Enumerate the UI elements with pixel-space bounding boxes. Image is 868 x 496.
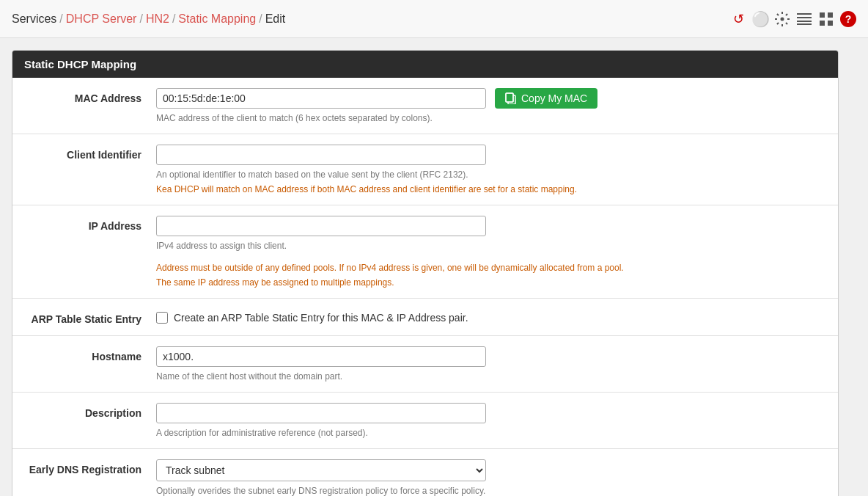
mac-address-row: MAC Address Copy My MAC MAC address of t… <box>12 78 838 134</box>
svg-rect-3 <box>797 21 812 22</box>
arp-checkbox-row: Create an ARP Table Static Entry for thi… <box>156 309 826 324</box>
top-bar: Services / DHCP Server / HN2 / Static Ma… <box>0 0 868 38</box>
ip-address-row: IP Address IPv4 address to assign this c… <box>12 205 838 299</box>
panel-header: Static DHCP Mapping <box>12 51 838 78</box>
breadcrumb-sep2: / <box>139 12 142 26</box>
client-identifier-label: Client Identifier <box>24 145 156 161</box>
svg-rect-5 <box>820 12 825 18</box>
svg-rect-8 <box>828 21 833 26</box>
early-dns-help: Optionally overides the subnet early DNS… <box>156 486 826 496</box>
breadcrumb-sep3: / <box>172 12 175 26</box>
hostname-row: Hostname Name of the client host without… <box>12 336 838 393</box>
arp-table-label: ARP Table Static Entry <box>24 309 156 325</box>
hostname-input[interactable] <box>156 346 486 367</box>
ip-address-input[interactable] <box>156 216 486 236</box>
arp-checkbox[interactable] <box>156 312 168 324</box>
description-label: Description <box>24 403 156 419</box>
arp-table-row: ARP Table Static Entry Create an ARP Tab… <box>12 299 838 336</box>
breadcrumb-sep1: / <box>59 12 62 26</box>
arp-table-content: Create an ARP Table Static Entry for thi… <box>156 309 826 324</box>
ip-address-help2: Address must be outside of any defined p… <box>156 263 826 273</box>
refresh-icon[interactable]: ↺ <box>730 11 746 27</box>
arp-checkbox-label: Create an ARP Table Static Entry for thi… <box>174 312 468 324</box>
breadcrumb-sep4: / <box>259 12 262 26</box>
static-dhcp-mapping-panel: Static DHCP Mapping MAC Address Copy My … <box>12 50 839 496</box>
description-row: Description A description for administra… <box>12 393 838 449</box>
description-content: A description for administrative referen… <box>156 403 826 438</box>
ip-address-help3: The same IP address may be assigned to m… <box>156 277 826 288</box>
early-dns-content: Track subnet Enabled Disabled Optionally… <box>156 459 826 496</box>
main-content: Static DHCP Mapping MAC Address Copy My … <box>0 38 850 496</box>
stop-icon[interactable]: ⚪ <box>752 11 768 27</box>
top-icons-bar: ↺ ⚪ ? <box>730 11 856 27</box>
mac-address-input[interactable] <box>156 88 486 109</box>
hostname-content: Name of the client host without the doma… <box>156 346 826 382</box>
early-dns-label: Early DNS Registration <box>24 459 156 475</box>
ip-address-content: IPv4 address to assign this client. Addr… <box>156 216 826 288</box>
svg-rect-7 <box>820 21 825 26</box>
list-icon[interactable] <box>796 11 812 27</box>
hostname-label: Hostname <box>24 346 156 362</box>
svg-rect-4 <box>797 23 812 25</box>
copy-mac-button[interactable]: Copy My MAC <box>495 88 597 109</box>
svg-rect-10 <box>506 93 513 102</box>
breadcrumb-dhcp-server[interactable]: DHCP Server <box>66 12 137 26</box>
client-identifier-help1: An optional identifier to match based on… <box>156 169 826 180</box>
svg-rect-2 <box>797 17 812 18</box>
svg-point-0 <box>781 17 784 21</box>
breadcrumb: Services / DHCP Server / HN2 / Static Ma… <box>12 12 285 26</box>
svg-rect-1 <box>797 13 812 15</box>
breadcrumb-static-mapping[interactable]: Static Mapping <box>178 12 256 26</box>
grid-icon[interactable] <box>818 11 834 27</box>
help-icon[interactable]: ? <box>840 11 856 27</box>
description-input[interactable] <box>156 403 486 423</box>
early-dns-row: Early DNS Registration Track subnet Enab… <box>12 449 838 496</box>
client-identifier-row: Client Identifier An optional identifier… <box>12 134 838 205</box>
client-identifier-content: An optional identifier to match based on… <box>156 145 826 194</box>
early-dns-select[interactable]: Track subnet Enabled Disabled <box>156 459 486 481</box>
client-identifier-help2: Kea DHCP will match on MAC address if bo… <box>156 184 826 194</box>
client-identifier-input[interactable] <box>156 145 486 165</box>
settings-icon[interactable] <box>774 11 790 27</box>
copy-icon <box>505 92 517 104</box>
hostname-help: Name of the client host without the doma… <box>156 371 826 382</box>
copy-mac-label: Copy My MAC <box>521 92 587 104</box>
breadcrumb-services: Services <box>12 12 56 26</box>
svg-rect-6 <box>828 12 833 18</box>
description-help: A description for administrative referen… <box>156 428 826 438</box>
mac-address-help: MAC address of the client to match (6 he… <box>156 113 826 123</box>
breadcrumb-hn2[interactable]: HN2 <box>146 12 169 26</box>
breadcrumb-edit: Edit <box>265 12 286 26</box>
ip-address-label: IP Address <box>24 216 156 232</box>
mac-address-content: Copy My MAC MAC address of the client to… <box>156 88 826 123</box>
ip-address-help1: IPv4 address to assign this client. <box>156 241 826 251</box>
mac-address-label: MAC Address <box>24 88 156 104</box>
mac-address-input-row: Copy My MAC <box>156 88 826 109</box>
